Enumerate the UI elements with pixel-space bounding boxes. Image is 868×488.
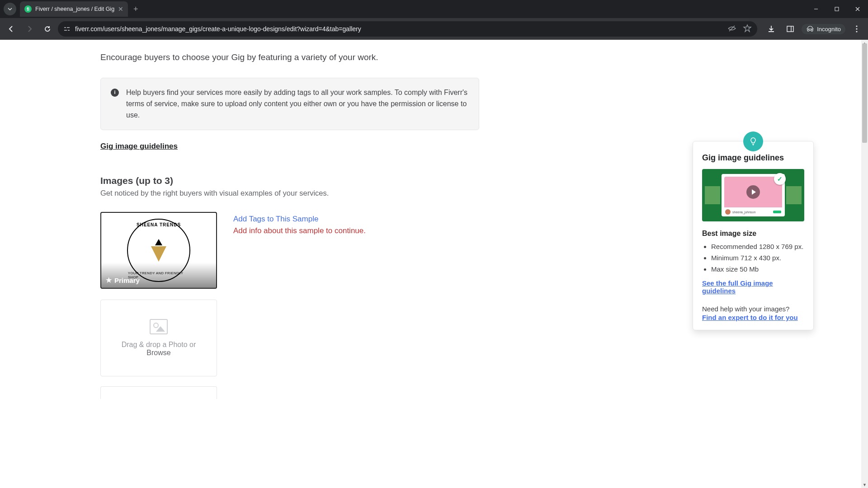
url-text: fiverr.com/users/sheena_jones/manage_gig…	[75, 25, 723, 33]
page-viewport: Encourage buyers to choose your Gig by f…	[0, 40, 868, 488]
side-panel-icon[interactable]	[783, 21, 798, 37]
info-icon: i	[111, 89, 119, 97]
svg-point-11	[856, 31, 857, 32]
back-button[interactable]	[4, 21, 19, 37]
check-icon: ✓	[774, 173, 786, 185]
lightbulb-icon	[743, 131, 763, 151]
scrollbar-thumb[interactable]	[862, 43, 867, 143]
list-item: Recommended 1280 x 769 px.	[711, 241, 804, 253]
preview-accent	[773, 211, 781, 213]
list-item: Minimum 712 x 430 px.	[711, 253, 804, 264]
gig-image-guidelines-link[interactable]: Gig image guidelines	[100, 142, 178, 151]
play-icon	[746, 185, 760, 199]
svg-point-9	[856, 25, 857, 27]
address-bar[interactable]: fiverr.com/users/sheena_jones/manage_gig…	[58, 21, 757, 37]
guidelines-tip-card: Gig image guidelines ✓ sheena_johnson Be…	[693, 141, 814, 330]
svg-rect-2	[64, 27, 66, 28]
list-item: Max size 50 Mb	[711, 264, 804, 275]
svg-rect-5	[68, 30, 70, 31]
bookmark-star-icon[interactable]	[743, 24, 752, 34]
preview-card: ✓ sheena_johnson	[722, 174, 785, 216]
browser-toolbar: fiverr.com/users/sheena_jones/manage_gig…	[0, 18, 868, 40]
preview-username: sheena_johnson	[732, 211, 755, 214]
star-icon: ★	[106, 276, 112, 284]
help-question: Need help with your images?	[702, 305, 804, 313]
image-thumbnail-primary[interactable]: SHEENA TRENDS YOUR TRENDY AND FRIENDLY S…	[100, 212, 217, 289]
svg-rect-7	[787, 26, 793, 32]
scrollbar-track[interactable]: ▲ ▼	[861, 40, 868, 488]
close-tab-button[interactable]: ✕	[118, 5, 123, 13]
preview-image: ✓	[724, 177, 782, 207]
images-subheading: Get noticed by the right buyers with vis…	[100, 189, 479, 197]
image-placeholder-icon	[150, 319, 168, 334]
new-tab-button[interactable]: +	[133, 5, 138, 14]
image-dropzone-3[interactable]	[100, 386, 217, 399]
tab-strip: fi Fiverr / sheena_jones / Edit Gig ✕ +	[0, 0, 868, 18]
svg-rect-3	[67, 27, 70, 28]
reload-button[interactable]	[40, 21, 55, 37]
scroll-down-button[interactable]: ▼	[861, 481, 868, 488]
add-tags-link[interactable]: Add Tags to This Sample	[233, 215, 366, 224]
browser-chrome: fi Fiverr / sheena_jones / Edit Gig ✕ + …	[0, 0, 868, 40]
primary-badge: ★ Primary	[101, 263, 216, 288]
tip-video-thumbnail[interactable]: ✓ sheena_johnson	[702, 169, 804, 221]
full-guidelines-link[interactable]: See the full Gig image guidelines	[702, 279, 804, 295]
tab-title: Fiverr / sheena_jones / Edit Gig	[35, 6, 114, 12]
logo-text-top: SHEENA TRENDS	[137, 222, 181, 227]
info-text: Help buyers find your services more easi…	[126, 87, 469, 121]
incognito-label: Incognito	[817, 26, 841, 33]
page-subtitle: Encourage buyers to choose your Gig by f…	[100, 52, 479, 62]
site-settings-icon[interactable]	[63, 25, 71, 33]
browser-tab[interactable]: fi Fiverr / sheena_jones / Edit Gig ✕	[20, 1, 128, 17]
preview-side-right	[786, 186, 802, 204]
preview-side-left	[705, 186, 720, 204]
minimize-button[interactable]	[806, 0, 826, 18]
dropzone-text: Drag & drop a Photo or	[122, 341, 196, 349]
svg-rect-1	[835, 7, 839, 11]
window-controls	[806, 0, 868, 18]
tip-heading: Gig image guidelines	[702, 153, 804, 163]
browse-link[interactable]: Browse	[146, 349, 170, 357]
primary-label: Primary	[114, 277, 140, 284]
best-size-heading: Best image size	[702, 230, 804, 238]
eye-off-icon[interactable]	[727, 24, 736, 34]
size-bullet-list: Recommended 1280 x 769 px. Minimum 712 x…	[702, 241, 804, 275]
downloads-icon[interactable]	[764, 21, 779, 37]
maximize-button[interactable]	[826, 0, 847, 18]
svg-rect-4	[64, 30, 67, 31]
incognito-badge[interactable]: Incognito	[802, 24, 845, 34]
avatar-icon	[725, 209, 731, 215]
find-expert-link[interactable]: Find an expert to do it for you	[702, 314, 798, 321]
forward-button[interactable]	[22, 21, 37, 37]
dress-icon	[151, 239, 166, 262]
browser-menu-icon[interactable]	[849, 21, 864, 37]
add-info-error: Add info about this sample to continue.	[233, 226, 366, 235]
incognito-icon	[806, 26, 814, 32]
svg-point-10	[856, 28, 857, 29]
tabs-dropdown-button[interactable]	[4, 3, 16, 15]
fiverr-favicon-icon: fi	[24, 5, 32, 13]
images-heading: Images (up to 3)	[100, 175, 479, 186]
close-window-button[interactable]	[847, 0, 868, 18]
info-banner: i Help buyers find your services more ea…	[100, 78, 479, 130]
image-dropzone[interactable]: Drag & drop a Photo or Browse	[100, 300, 217, 376]
